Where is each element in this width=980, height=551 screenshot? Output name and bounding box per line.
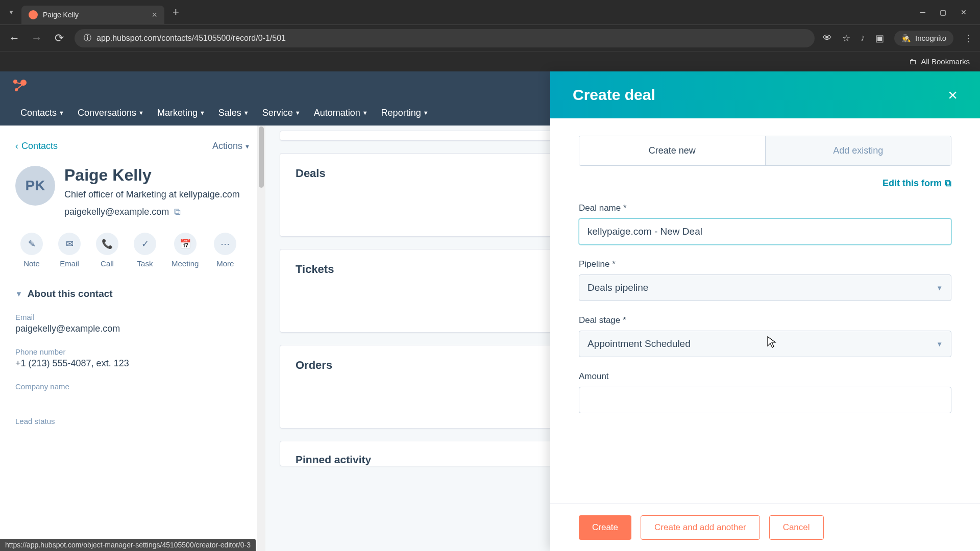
avatar-initials: PK: [26, 178, 45, 194]
select-value: Appointment Scheduled: [587, 338, 691, 349]
playlist-icon[interactable]: ♪: [861, 33, 865, 43]
deal-stage-label: Deal stage *: [579, 315, 951, 325]
hubspot-logo-icon[interactable]: [11, 78, 28, 94]
maximize-icon[interactable]: ▢: [940, 8, 946, 16]
browser-tab[interactable]: Paige Kelly ×: [21, 6, 164, 24]
deal-name-label: Deal name *: [579, 203, 951, 213]
nav-label: Automation: [314, 108, 360, 118]
pipeline-label: Pipeline *: [579, 259, 951, 269]
forward-icon: →: [30, 32, 44, 45]
panel-icon[interactable]: ▣: [875, 33, 884, 44]
bookmarks-folder-icon[interactable]: 🗀: [909, 57, 917, 66]
tab-create-new[interactable]: Create new: [579, 136, 765, 165]
toolbar-icons: 👁 ☆ ♪ ▣ 🕵 Incognito ⋮: [823, 31, 973, 46]
create-button[interactable]: Create: [579, 515, 631, 540]
chevron-down-icon: ▼: [362, 110, 368, 116]
nav-contacts[interactable]: Contacts▼: [20, 108, 64, 118]
action-label: Meeting: [172, 259, 199, 268]
field-label-company: Company name: [15, 382, 250, 391]
task-button[interactable]: ✓Task: [134, 233, 156, 268]
email-button[interactable]: ✉Email: [58, 233, 81, 268]
chevron-down-icon: ▼: [423, 110, 429, 116]
create-and-add-another-button[interactable]: Create and add another: [641, 515, 760, 540]
sidebar-scrollbar[interactable]: [257, 126, 265, 551]
address-bar: ← → ⟳ ⓘ app.hubspot.com/contacts/4510550…: [0, 24, 980, 51]
chevron-down-icon: ▼: [15, 290, 22, 298]
panel-title: Create deal: [573, 86, 655, 104]
back-to-contacts-link[interactable]: ‹ Contacts: [15, 141, 58, 152]
contact-sidebar: ‹ Contacts Actions ▼ PK Paige Kelly Chie…: [0, 126, 265, 551]
copy-icon[interactable]: ⧉: [174, 207, 181, 217]
incognito-icon: 🕵: [901, 34, 911, 43]
contact-subtitle: Chief officer of Marketing at kellypaige…: [64, 188, 240, 202]
chevron-down-icon: ▼: [138, 110, 144, 116]
reload-icon[interactable]: ⟳: [52, 32, 66, 45]
svg-point-1: [20, 80, 27, 86]
cancel-button[interactable]: Cancel: [769, 515, 824, 540]
incognito-badge[interactable]: 🕵 Incognito: [894, 31, 953, 46]
deal-stage-select[interactable]: Appointment Scheduled ▼: [579, 331, 951, 357]
nav-automation[interactable]: Automation▼: [314, 108, 368, 118]
action-label: More: [216, 259, 234, 268]
more-button[interactable]: ⋯More: [214, 233, 236, 268]
browser-chrome: ▼ Paige Kelly × + ─ ▢ ✕ ← → ⟳ ⓘ app.hubs…: [0, 0, 980, 71]
tab-close-icon[interactable]: ×: [152, 10, 157, 20]
envelope-icon: ✉: [66, 238, 74, 249]
close-panel-icon[interactable]: ×: [948, 86, 958, 105]
incognito-label: Incognito: [915, 34, 946, 42]
contact-name: Paige Kelly: [64, 166, 240, 185]
pipeline-select[interactable]: Deals pipeline ▼: [579, 274, 951, 301]
field-label-email: Email: [15, 313, 250, 321]
nav-service[interactable]: Service▼: [262, 108, 301, 118]
select-value: Deals pipeline: [587, 282, 648, 293]
section-title: About this contact: [28, 288, 113, 299]
panel-tabs: Create new Add existing: [579, 136, 951, 166]
site-info-icon[interactable]: ⓘ: [84, 33, 91, 43]
bookmarks-label[interactable]: All Bookmarks: [921, 57, 970, 66]
nav-label: Sales: [218, 108, 241, 118]
create-deal-panel: Create deal × Create new Add existing Ed…: [550, 71, 980, 551]
dots-icon: ⋯: [220, 238, 230, 249]
new-tab-button[interactable]: +: [167, 6, 184, 19]
nav-label: Contacts: [20, 108, 57, 118]
back-icon[interactable]: ←: [7, 32, 21, 45]
panel-header: Create deal ×: [550, 71, 980, 118]
nav-reporting[interactable]: Reporting▼: [381, 108, 429, 118]
about-section-toggle[interactable]: ▼ About this contact: [15, 288, 250, 299]
action-label: Note: [23, 259, 40, 268]
app-root: Contacts▼ Conversations▼ Marketing▼ Sale…: [0, 71, 980, 551]
panel-footer: Create Create and add another Cancel: [550, 504, 980, 551]
back-label: Contacts: [21, 141, 58, 152]
chevron-down-icon: ▼: [936, 284, 943, 292]
check-icon: ✓: [141, 238, 149, 249]
meeting-button[interactable]: 📅Meeting: [172, 233, 199, 268]
tabs-dropdown-icon[interactable]: ▼: [4, 9, 18, 16]
field-value-email: paigekelly@example.com: [15, 323, 250, 334]
eye-off-icon[interactable]: 👁: [823, 33, 832, 43]
edit-form-link[interactable]: Edit this form ⧉: [579, 178, 951, 189]
action-label: Task: [137, 259, 153, 268]
nav-label: Service: [262, 108, 293, 118]
tab-add-existing[interactable]: Add existing: [765, 136, 951, 165]
call-button[interactable]: 📞Call: [96, 233, 118, 268]
field-label-lead: Lead status: [15, 417, 250, 425]
tab-bar: ▼ Paige Kelly × + ─ ▢ ✕: [0, 0, 980, 24]
chevron-down-icon: ▼: [295, 110, 301, 116]
deal-name-input[interactable]: [579, 218, 951, 245]
nav-marketing[interactable]: Marketing▼: [157, 108, 205, 118]
actions-dropdown[interactable]: Actions ▼: [212, 141, 250, 152]
contact-action-buttons: ✎Note ✉Email 📞Call ✓Task 📅Meeting ⋯More: [20, 233, 250, 268]
star-icon[interactable]: ☆: [842, 33, 850, 44]
nav-sales[interactable]: Sales▼: [218, 108, 249, 118]
close-window-icon[interactable]: ✕: [961, 8, 967, 16]
nav-conversations[interactable]: Conversations▼: [78, 108, 144, 118]
chevron-down-icon: ▼: [59, 110, 64, 116]
note-button[interactable]: ✎Note: [20, 233, 43, 268]
amount-input[interactable]: [579, 387, 951, 413]
chevron-down-icon: ▼: [936, 340, 943, 348]
amount-label: Amount: [579, 371, 951, 382]
url-input[interactable]: ⓘ app.hubspot.com/contacts/45105500/reco…: [75, 29, 815, 47]
menu-icon[interactable]: ⋮: [964, 33, 973, 44]
field-value-company: [15, 393, 250, 404]
minimize-icon[interactable]: ─: [920, 8, 925, 16]
